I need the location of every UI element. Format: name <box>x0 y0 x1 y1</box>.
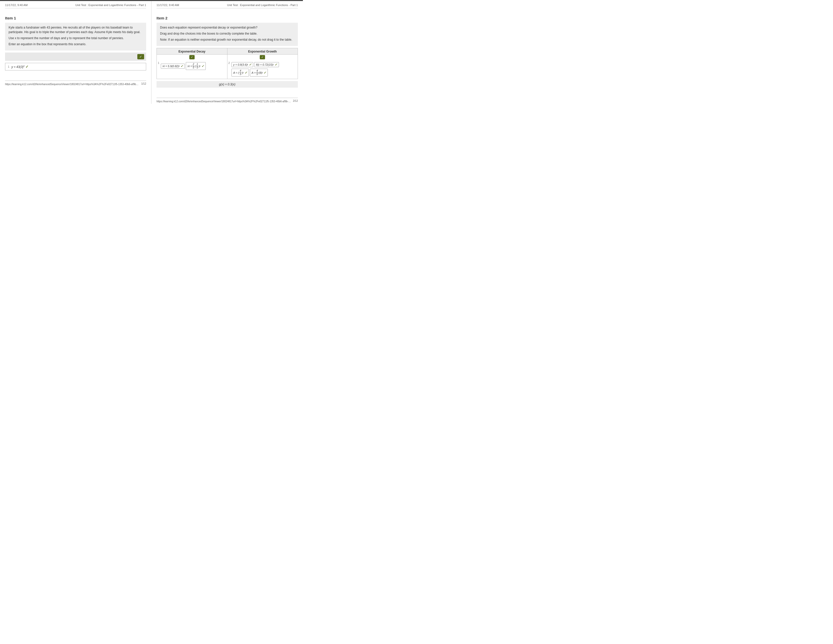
page1-header-right: Unit Test : Exponential and Logarithmic … <box>76 3 146 6</box>
item2-desc2: Drag and drop the choices into the boxes… <box>160 31 294 36</box>
remaining-formula-box: g(x) = 0.3(x) <box>156 81 298 88</box>
exp-growth-row-num: 2 <box>228 61 230 64</box>
item1-heading: Item 1 <box>5 16 146 20</box>
item1-answer-formula: y = 43(3)x <box>11 64 24 69</box>
item1-check-bar: ✓ <box>5 53 146 61</box>
item1-text2: Use x to represent the number of days an… <box>9 36 143 40</box>
exp-growth-check-bar: ✓ <box>227 55 298 60</box>
page1-header-left: 11/17/22, 9:40 AM <box>5 3 27 6</box>
decay-formula-1-check: ✓ <box>180 64 183 68</box>
page1-header: 11/17/22, 9:40 AM Unit Test : Exponentia… <box>5 1 146 8</box>
exp-decay-check-bar: ✓ <box>157 55 227 60</box>
decay-formula-2: H = 25(15)t ✓ <box>186 62 206 70</box>
page2-footer: https://learning.k12.com/d2l/le/enhanced… <box>156 98 298 104</box>
item1-check-button[interactable]: ✓ <box>137 54 144 60</box>
exp-growth-inner: 2 y = 0.8(3.6)t ✓ f(t) = 0.72(15)t ✓ A =… <box>227 60 298 79</box>
exp-decay-row-num: 1 <box>158 61 159 64</box>
exp-decay-header: Exponential Decay <box>157 48 227 55</box>
exp-decay-inner: 1 H = 5.9(0.82)t ✓ H = 25(15)t ✓ <box>157 60 227 72</box>
item1-answer-row: 1 y = 43(3)x ✓ <box>5 63 146 71</box>
growth-formula-1-check: ✓ <box>249 63 251 66</box>
page2-footer-url: https://learning.k12.com/d2l/le/enhanced… <box>156 98 291 104</box>
exp-growth-col: Exponential Growth ✓ 2 y = 0.8(3.6)t ✓ f… <box>227 48 298 79</box>
page2-footer-page: 2/12 <box>293 100 298 102</box>
remaining-formula: g(x) = 0.3(x) <box>219 82 235 86</box>
page1-footer-page: 1/12 <box>142 82 146 85</box>
exp-decay-col: Exponential Decay ✓ 1 H = 5.9(0.82)t ✓ H… <box>157 48 227 79</box>
growth-formula-1: y = 0.8(3.6)t ✓ <box>232 62 253 67</box>
decay-formula-1: H = 5.9(0.82)t ✓ <box>161 64 185 69</box>
growth-formula-4-check: ✓ <box>264 71 266 74</box>
item2-desc3: Note: If an equation is neither exponent… <box>160 37 294 42</box>
growth-formula-2: f(t) = 0.72(15)t ✓ <box>254 62 279 67</box>
exp-growth-check-button[interactable]: ✓ <box>260 55 265 60</box>
item1-answer-num: 1 <box>8 65 9 68</box>
item1-answer-check: ✓ <box>26 64 29 69</box>
page-2: 11/17/22, 9:40 AM Unit Test : Exponentia… <box>151 1 303 104</box>
exp-decay-formulas: H = 5.9(0.82)t ✓ H = 25(15)t ✓ <box>160 61 226 71</box>
page2-header: 11/17/22, 9:40 AM Unit Test : Exponentia… <box>156 1 298 8</box>
exp-decay-check-button[interactable]: ✓ <box>189 55 195 60</box>
page2-header-right: Unit Test : Exponential and Logarithmic … <box>227 3 298 6</box>
page1-footer-url: https://learning.k12.com/d2l/le/enhanced… <box>5 81 139 87</box>
item1-desc: Kyle starts a fundraiser with 43 pennies… <box>5 23 146 50</box>
growth-formula-3: A = (45)t ✓ <box>232 69 249 77</box>
exp-growth-formulas: y = 0.8(3.6)t ✓ f(t) = 0.72(15)t ✓ A = (… <box>231 61 297 77</box>
growth-formula-3-check: ✓ <box>244 71 247 74</box>
growth-formula-4: A = 45(8)t ✓ <box>250 69 268 77</box>
growth-formula-2-check: ✓ <box>275 63 277 66</box>
exp-growth-header: Exponential Growth <box>227 48 298 55</box>
exp-table: Exponential Decay ✓ 1 H = 5.9(0.82)t ✓ H… <box>156 48 298 79</box>
page-1: 11/17/22, 9:40 AM Unit Test : Exponentia… <box>0 1 151 104</box>
item1-text3: Enter an equation in the box that repres… <box>9 42 143 47</box>
item2-desc1: Does each equation represent exponential… <box>160 25 294 30</box>
page2-header-left: 11/17/22, 9:40 AM <box>156 3 179 6</box>
page1-footer: https://learning.k12.com/d2l/le/enhanced… <box>5 80 146 87</box>
decay-formula-2-check: ✓ <box>201 64 204 68</box>
item2-heading: Item 2 <box>156 16 298 20</box>
item1-text1: Kyle starts a fundraiser with 43 pennies… <box>9 25 143 34</box>
item2-desc-block: Does each equation represent exponential… <box>156 23 298 46</box>
